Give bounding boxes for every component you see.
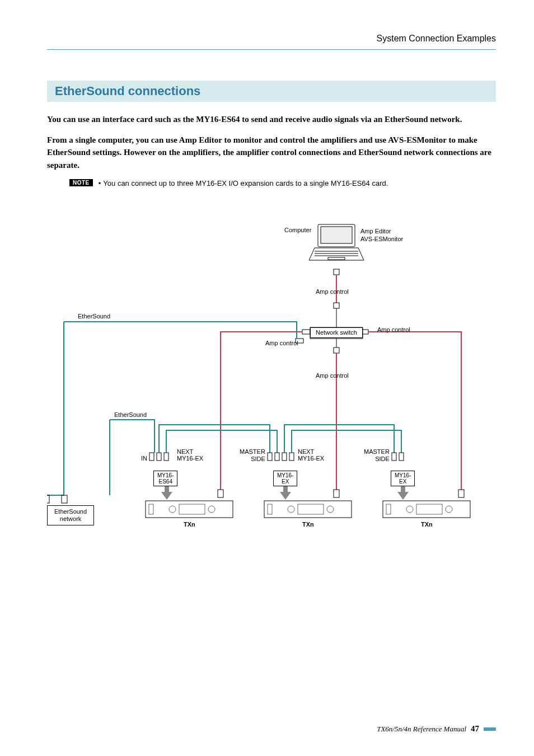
label-txn-3: TXn [421,521,433,528]
svg-rect-23 [157,453,161,461]
label-software-2: AVS-ESMonitor [360,236,403,243]
svg-rect-25 [268,453,272,461]
label-master-side-1: MASTER SIDE [240,448,265,463]
svg-rect-28 [289,453,294,461]
svg-rect-20 [47,495,49,503]
diagram-lines [47,221,496,546]
svg-rect-14 [334,348,339,353]
label-software-1: Amp Editor [360,228,391,235]
label-computer: Computer [284,227,311,234]
label-master-side-2: MASTER SIDE [364,448,390,463]
svg-rect-24 [164,453,168,461]
label-my16-es64-box: MY16- ES64 [153,471,177,486]
label-my16ex-inline-1: MY16-EX [177,455,203,462]
svg-rect-22 [149,453,154,461]
svg-rect-5 [328,257,345,260]
section-heading: EtherSound connections [47,81,496,102]
label-my16ex-inline-2: MY16-EX [298,455,324,462]
label-txn-2: TXn [302,521,314,528]
manual-name: TX6n/5n/4n Reference Manual [377,725,466,734]
svg-rect-35 [264,501,352,518]
svg-rect-29 [392,453,396,461]
note-text: You can connect up to three MY16-EX I/O … [103,179,388,187]
label-my16-ex-box-1: MY16- EX [273,471,297,486]
svg-rect-31 [165,485,169,493]
svg-rect-19 [458,490,464,497]
intro-paragraph-2: From a single computer, you can use Amp … [47,134,496,172]
label-amp-control-left: Amp control [265,340,298,347]
svg-rect-1 [321,227,352,243]
svg-rect-33 [401,485,405,493]
page-number: 47 [471,724,479,734]
connection-diagram: Computer Amp Editor AVS-ESMonitor Amp co… [47,221,496,546]
svg-rect-34 [146,501,233,518]
label-in: IN [141,455,147,462]
label-my16-ex-box-2: MY16- EX [391,471,415,486]
label-amp-control-1: Amp control [316,288,349,295]
label-amp-control-right: Amp control [377,326,410,334]
intro-paragraph-1: You can use an interface card such as th… [47,113,496,126]
label-txn-1: TXn [184,521,195,528]
label-ethersound-mid: EtherSound [114,411,147,419]
note-badge: NOTE [69,179,93,186]
note-bullet: • [99,179,101,187]
page-header: System Connection Examples [47,34,496,50]
svg-rect-6 [334,269,339,275]
section-title: System Connection Examples [377,34,496,43]
note-block: NOTE • You can connect up to three MY16-… [69,179,496,187]
label-ethersound-network: EtherSound network [47,505,94,525]
label-ethersound-top: EtherSound [78,313,110,320]
svg-rect-21 [62,495,67,503]
svg-rect-26 [275,453,279,461]
label-network-switch: Network switch [310,327,363,338]
svg-rect-32 [283,485,288,493]
footer-bar-icon [484,727,496,731]
svg-rect-36 [383,501,470,518]
svg-rect-30 [399,453,404,461]
label-amp-control-mid: Amp control [316,372,349,379]
svg-rect-27 [282,453,287,461]
page-footer: TX6n/5n/4n Reference Manual 47 [377,724,496,734]
svg-rect-12 [302,330,310,334]
svg-rect-17 [218,490,223,497]
svg-rect-18 [334,490,339,497]
svg-rect-8 [334,303,339,308]
